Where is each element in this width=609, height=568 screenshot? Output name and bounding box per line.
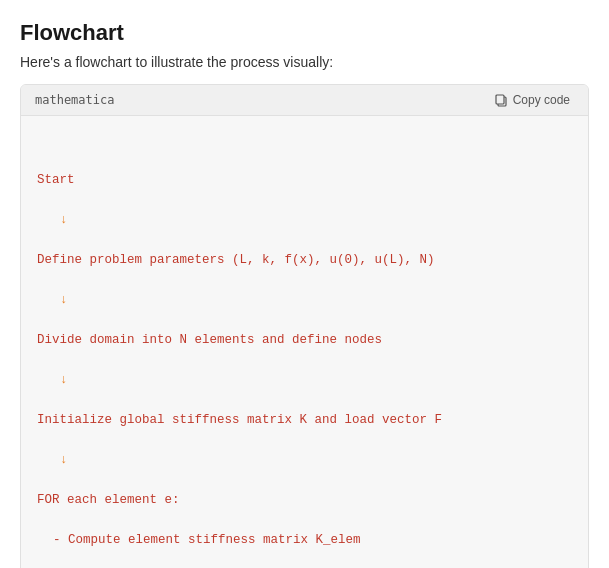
code-content: Start ↓ Define problem parameters (L, k,…: [21, 116, 588, 568]
code-block-language: mathematica: [35, 93, 114, 107]
code-block-container: mathematica Copy code Start ↓ Define pro…: [20, 84, 589, 568]
code-line: ↓: [37, 210, 572, 230]
copy-button-label: Copy code: [513, 93, 570, 107]
svg-rect-1: [496, 95, 504, 104]
code-line: FOR each element e:: [37, 490, 572, 510]
code-block-header: mathematica Copy code: [21, 85, 588, 116]
copy-icon: [495, 94, 508, 107]
code-line: ↓: [37, 450, 572, 470]
copy-code-button[interactable]: Copy code: [491, 91, 574, 109]
page-title: Flowchart: [20, 20, 589, 46]
page-subtitle: Here's a flowchart to illustrate the pro…: [20, 54, 589, 70]
code-line: Initialize global stiffness matrix K and…: [37, 410, 572, 430]
code-line: ↓: [37, 370, 572, 390]
code-line: ↓: [37, 290, 572, 310]
code-line: Define problem parameters (L, k, f(x), u…: [37, 250, 572, 270]
code-line: Start: [37, 170, 572, 190]
code-line: Divide domain into N elements and define…: [37, 330, 572, 350]
code-line: - Compute element stiffness matrix K_ele…: [37, 530, 572, 550]
